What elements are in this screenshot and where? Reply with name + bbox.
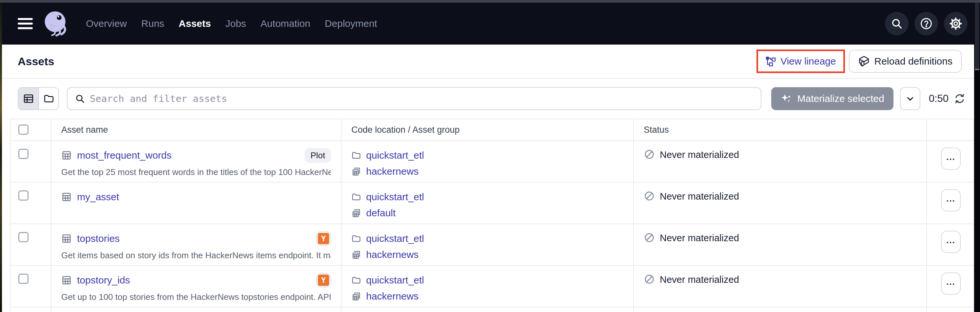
asset-group-icon: [352, 208, 361, 218]
refresh-icon: [954, 93, 966, 105]
row-actions-button[interactable]: ...: [941, 231, 961, 253]
search-input[interactable]: [90, 93, 754, 104]
asset-name-link[interactable]: topstories: [77, 233, 119, 244]
table-body: most_frequent_words Plot Get the top 25 …: [11, 141, 974, 307]
column-header-asset-name: Asset name: [51, 119, 342, 140]
table-row: most_frequent_words Plot Get the top 25 …: [11, 141, 974, 183]
column-header-code-location: Code location / Asset group: [342, 119, 634, 140]
page-header: Assets View lineage Reload definitions: [2, 45, 974, 79]
nav-item-runs[interactable]: Runs: [141, 18, 164, 29]
asset-group-link[interactable]: default: [366, 207, 396, 219]
nav-item-deployment[interactable]: Deployment: [325, 18, 377, 29]
never-materialized-icon: [644, 232, 655, 243]
table-row: topstories Y Get items based on story id…: [11, 224, 974, 266]
asset-group-link[interactable]: hackernews: [366, 291, 418, 302]
nav-links: Overview Runs Assets Jobs Automation Dep…: [86, 18, 377, 29]
asset-tag-badge: Plot: [304, 148, 331, 163]
code-location-link[interactable]: quickstart_etl: [366, 233, 424, 244]
folder-view-icon: [43, 93, 54, 104]
dagster-octopus-logo[interactable]: [41, 8, 72, 39]
column-header-status: Status: [634, 119, 927, 140]
help-icon: [920, 17, 933, 30]
nav-item-jobs[interactable]: Jobs: [225, 18, 246, 29]
ellipsis-icon: ...: [946, 157, 955, 160]
asset-group-icon: [352, 250, 361, 259]
asset-description: Get items based on story ids from the Ha…: [61, 250, 331, 261]
page-scrollbar[interactable]: [974, 3, 980, 312]
view-lineage-label: View lineage: [780, 56, 836, 67]
search-icon: [891, 18, 903, 30]
asset-table-icon: [61, 192, 72, 202]
lineage-graph-icon: [765, 56, 776, 67]
nav-item-overview[interactable]: Overview: [86, 18, 127, 29]
status-text: Never materialized: [660, 274, 739, 285]
chevron-down-icon: [905, 94, 915, 103]
asset-description: Get the top 25 most frequent words in th…: [61, 167, 331, 177]
materialize-options-button[interactable]: [900, 87, 920, 110]
reload-cube-icon: [858, 56, 870, 67]
top-nav: Overview Runs Assets Jobs Automation Dep…: [2, 3, 974, 45]
view-lineage-button[interactable]: View lineage: [756, 49, 845, 73]
asset-group-link[interactable]: hackernews: [366, 166, 418, 177]
ellipsis-icon: ...: [946, 240, 955, 244]
asset-name-link[interactable]: my_asset: [77, 191, 119, 202]
asset-description: Get up to 100 top stories from the Hacke…: [61, 292, 331, 302]
page-title: Assets: [18, 55, 54, 68]
table-row: my_asset quickstart_etl: [11, 183, 974, 224]
ycombinator-badge: Y: [316, 273, 331, 288]
desktop-wallpaper-sliver: [0, 3, 2, 312]
asset-name-link[interactable]: most_frequent_words: [77, 150, 172, 161]
ycombinator-letter: Y: [318, 275, 329, 286]
asset-group-link[interactable]: hackernews: [366, 249, 418, 260]
refresh-countdown: 0:50: [929, 93, 948, 105]
table-view-icon: [23, 93, 34, 104]
row-checkbox[interactable]: [18, 274, 29, 284]
never-materialized-icon: [644, 190, 655, 202]
code-location-link[interactable]: quickstart_etl: [366, 191, 424, 202]
view-mode-toggle: [18, 87, 59, 110]
global-search-button[interactable]: [885, 12, 908, 35]
folder-icon: [352, 234, 361, 244]
asset-table-icon: [61, 275, 72, 285]
row-checkbox[interactable]: [18, 190, 29, 201]
select-all-checkbox[interactable]: [18, 124, 29, 135]
row-actions-button[interactable]: ...: [941, 189, 961, 212]
row-actions-button[interactable]: ...: [941, 148, 961, 170]
table-row: topstory_ids Y Get up to 100 top stories…: [11, 266, 974, 307]
code-location-link[interactable]: quickstart_etl: [366, 275, 424, 286]
column-header-actions: [927, 119, 975, 140]
never-materialized-icon: [644, 274, 655, 285]
hamburger-menu-icon[interactable]: [18, 18, 33, 29]
asset-search-field[interactable]: [67, 87, 761, 110]
row-checkbox[interactable]: [18, 232, 29, 242]
asset-name-link[interactable]: topstory_ids: [77, 275, 130, 286]
row-checkbox[interactable]: [18, 149, 29, 159]
asset-group-icon: [352, 167, 361, 176]
code-location-link[interactable]: quickstart_etl: [366, 150, 424, 161]
asset-table-icon: [61, 233, 72, 244]
folder-icon: [352, 275, 361, 285]
dagster-app-window: Overview Runs Assets Jobs Automation Dep…: [2, 3, 974, 312]
ellipsis-icon: ...: [946, 199, 955, 202]
scrollbar-thumb[interactable]: [975, 3, 979, 70]
asset-table-icon: [61, 150, 72, 161]
assets-table: Asset name Code location / Asset group S…: [10, 119, 974, 312]
reload-definitions-button[interactable]: Reload definitions: [849, 50, 962, 73]
asset-group-icon: [352, 291, 361, 301]
ycombinator-badge: Y: [316, 231, 331, 246]
gear-icon: [949, 17, 962, 30]
ellipsis-icon: ...: [946, 282, 955, 285]
refresh-now-button[interactable]: [954, 93, 966, 105]
reload-definitions-label: Reload definitions: [875, 56, 953, 67]
help-button[interactable]: [915, 12, 938, 35]
status-text: Never materialized: [660, 190, 739, 202]
row-actions-button[interactable]: ...: [941, 272, 961, 294]
materialize-selected-button[interactable]: Materialize selected: [771, 87, 894, 110]
settings-button[interactable]: [944, 12, 967, 35]
asset-controls-bar: Materialize selected 0:50: [2, 79, 974, 119]
nav-item-assets[interactable]: Assets: [179, 18, 211, 29]
nav-item-automation[interactable]: Automation: [261, 18, 310, 29]
list-view-toggle[interactable]: [18, 88, 38, 110]
folder-icon: [352, 192, 361, 202]
folder-view-toggle[interactable]: [38, 88, 58, 110]
